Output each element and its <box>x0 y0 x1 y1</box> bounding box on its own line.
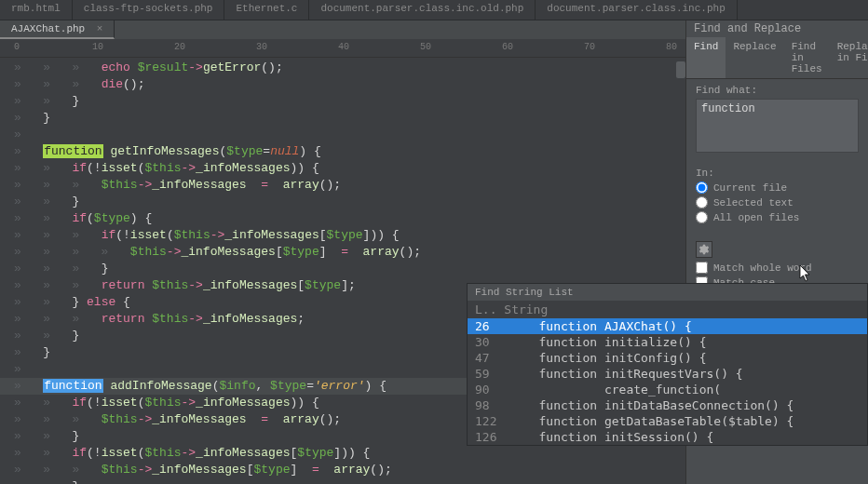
code-line[interactable]: » » » if(!isset($this->_infoMessages[$ty… <box>0 227 685 244</box>
find-what-input[interactable] <box>696 99 859 153</box>
find-result-row[interactable]: 26 function AJAXChat() { <box>468 318 867 334</box>
tab-file[interactable]: rmb.html <box>0 0 73 20</box>
code-line[interactable]: » » » die(); <box>0 76 685 93</box>
code-line[interactable]: » » if(!isset($this->_infoMessages[$type… <box>0 445 685 462</box>
tab-file[interactable]: document.parser.class.inc.php <box>536 0 737 20</box>
find-list-header: L.. String <box>468 301 867 318</box>
find-result-row[interactable]: 47 function initConfig() { <box>468 350 867 366</box>
find-tab-replace[interactable]: Replace <box>726 37 783 78</box>
opt-whole-word[interactable]: Match whole word <box>696 262 859 274</box>
code-line[interactable]: » } <box>0 110 685 127</box>
column-ruler: 0 10 20 30 40 50 60 70 80 <box>0 39 685 58</box>
scope-current-file[interactable]: Current file <box>696 182 859 194</box>
find-result-row[interactable]: 98 function initDataBaseConnection() { <box>468 397 867 413</box>
find-result-row[interactable]: 122 function getDataBaseTable($table) { <box>468 413 867 429</box>
tab-label: AJAXChat.php <box>11 23 85 34</box>
code-line[interactable]: » » } <box>0 478 685 484</box>
find-tab-findinfiles[interactable]: Find in Files <box>784 37 830 78</box>
code-line[interactable]: » » } <box>0 93 685 110</box>
find-string-list-panel: Find String List L.. String 26 function … <box>467 283 868 446</box>
gear-icon[interactable] <box>696 241 712 258</box>
code-line[interactable]: » function getInfoMessages($type=null) { <box>0 143 685 160</box>
code-line[interactable]: » » » $this->_infoMessages = array(); <box>0 177 685 194</box>
code-line[interactable]: » » » echo $result->getError(); <box>0 60 685 76</box>
tab-file[interactable]: class-ftp-sockets.php <box>73 0 225 20</box>
tab-active[interactable]: AJAXChat.php × <box>0 20 115 39</box>
find-tab-replaceinfiles[interactable]: Replace in Fil <box>830 37 868 78</box>
find-what-label: Find what: <box>696 85 859 96</box>
scope-all-open-files[interactable]: All open files <box>696 211 859 223</box>
code-line[interactable]: » <box>0 127 685 143</box>
scope-selected-text[interactable]: Selected text <box>696 196 859 208</box>
code-line[interactable]: » » » $this->_infoMessages[$type] = arra… <box>0 462 685 478</box>
code-line[interactable]: » » » » $this->_infoMessages[$type] = ar… <box>0 244 685 261</box>
find-result-row[interactable]: 59 function initRequestVars() { <box>468 366 867 382</box>
code-line[interactable]: » » if($type) { <box>0 210 685 227</box>
inactive-tabs-row: rmb.html class-ftp-sockets.php Ethernet.… <box>0 0 868 20</box>
panel-title: Find and Replace <box>686 20 868 37</box>
code-line[interactable]: » » } <box>0 194 685 210</box>
find-result-row[interactable]: 90 create_function( <box>468 382 867 397</box>
tab-file[interactable]: Ethernet.c <box>224 0 309 20</box>
find-list-title: Find String List <box>468 284 867 301</box>
find-in-label: In: <box>696 168 859 179</box>
code-line[interactable]: » » if(!isset($this->_infoMessages)) { <box>0 160 685 177</box>
mouse-cursor-icon <box>799 265 812 282</box>
code-line[interactable]: » » » } <box>0 261 685 277</box>
tab-file[interactable]: document.parser.class.inc.old.php <box>309 0 536 20</box>
close-icon[interactable]: × <box>97 23 103 34</box>
find-tab-find[interactable]: Find <box>686 37 726 78</box>
find-result-row[interactable]: 126 function initSession() { <box>468 429 867 445</box>
find-result-row[interactable]: 30 function initialize() { <box>468 334 867 350</box>
